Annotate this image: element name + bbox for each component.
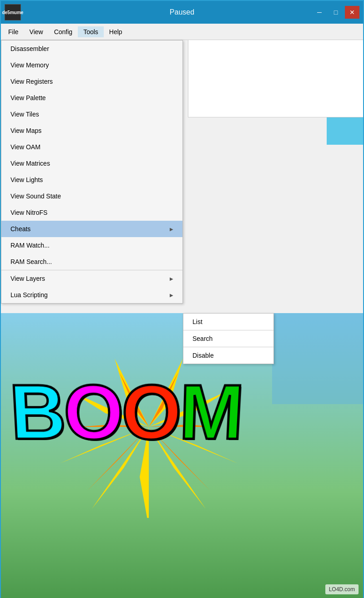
menu-item-cheats[interactable]: Cheats ▶ <box>1 221 182 237</box>
menu-item-view-registers[interactable]: View Registers <box>1 73 182 90</box>
submenu-item-search[interactable]: Search <box>183 330 273 347</box>
menu-item-view-palette[interactable]: View Palette <box>1 90 182 106</box>
view-layers-arrow: ▶ <box>170 276 173 281</box>
content-area: Disassembler View Memory View Registers … <box>1 40 363 598</box>
cheats-arrow: ▶ <box>170 227 173 232</box>
watermark: LO4D.com <box>325 584 359 594</box>
tools-dropdown: Disassembler View Memory View Registers … <box>1 40 183 304</box>
menu-config[interactable]: Config <box>49 26 78 37</box>
menu-file[interactable]: File <box>3 26 24 37</box>
title-bar: de5 mu me Paused ─ □ ✕ <box>1 1 363 24</box>
close-button[interactable]: ✕ <box>345 6 359 19</box>
menu-item-view-maps[interactable]: View Maps <box>1 122 182 139</box>
menu-item-view-sound-state[interactable]: View Sound State <box>1 188 182 204</box>
menu-item-ram-search[interactable]: RAM Search... <box>1 253 182 270</box>
menu-item-view-oam[interactable]: View OAM <box>1 139 182 155</box>
menu-view[interactable]: View <box>24 26 49 37</box>
menu-item-lua-scripting[interactable]: Lua Scripting ▶ <box>1 287 182 303</box>
menu-tools[interactable]: Tools <box>78 26 104 37</box>
menu-item-view-nitrofs[interactable]: View NitroFS <box>1 204 182 221</box>
crowd-area <box>272 313 363 404</box>
menu-item-view-lights[interactable]: View Lights <box>1 172 182 188</box>
menu-item-view-memory[interactable]: View Memory <box>1 57 182 73</box>
cyan-strip <box>327 117 363 145</box>
menu-item-view-tiles[interactable]: View Tiles <box>1 106 182 122</box>
title-bar-left: de5 mu me <box>5 4 21 20</box>
window-title: Paused <box>170 8 194 16</box>
maximize-button[interactable]: □ <box>329 6 343 19</box>
menu-item-view-layers[interactable]: View Layers ▶ <box>1 270 182 287</box>
main-window: de5 mu me Paused ─ □ ✕ File View Config … <box>0 0 364 598</box>
title-bar-controls: ─ □ ✕ <box>312 6 359 19</box>
lua-scripting-arrow: ▶ <box>170 293 173 298</box>
menu-item-ram-watch[interactable]: RAM Watch... <box>1 237 182 253</box>
cheats-submenu: List Search Disable <box>183 313 274 364</box>
submenu-item-list[interactable]: List <box>183 314 273 330</box>
minimize-button[interactable]: ─ <box>312 6 327 19</box>
menu-item-disassembler[interactable]: Disassembler <box>1 41 182 57</box>
app-icon: de5 mu me <box>5 4 21 20</box>
menu-bar: File View Config Tools Help <box>1 24 363 40</box>
game-area: BOOM <box>1 313 363 598</box>
boom-text: BOOM <box>7 367 244 456</box>
menu-help[interactable]: Help <box>104 26 128 37</box>
top-panel <box>188 40 363 117</box>
submenu-item-disable[interactable]: Disable <box>183 347 273 364</box>
menu-item-view-matrices[interactable]: View Matrices <box>1 155 182 172</box>
